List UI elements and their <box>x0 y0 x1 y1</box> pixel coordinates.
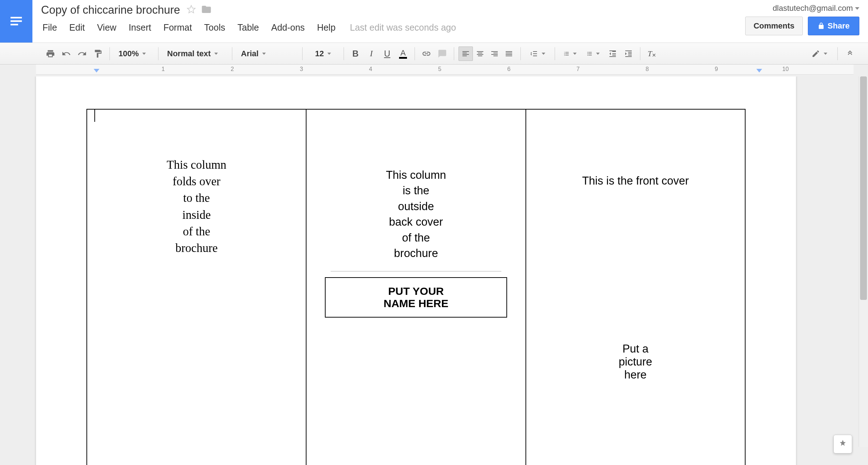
numbered-list-dropdown[interactable] <box>559 46 581 61</box>
caret-down-icon <box>573 53 577 55</box>
redo-button[interactable] <box>75 46 89 61</box>
last-edit-text[interactable]: Last edit was seconds ago <box>350 22 456 33</box>
menu-edit[interactable]: Edit <box>68 22 86 34</box>
menu-bar: File Edit View Insert Format Tools Table… <box>40 17 729 37</box>
brochure-table[interactable]: This column folds over to the inside of … <box>86 109 746 465</box>
ruler-number: 8 <box>646 66 649 72</box>
menu-help[interactable]: Help <box>316 22 337 34</box>
left-margin-marker[interactable] <box>94 69 99 72</box>
caret-down-icon <box>824 53 827 55</box>
docs-header: Copy of chiccarine brochure File Edit Vi… <box>0 0 868 43</box>
menu-file[interactable]: File <box>41 22 58 34</box>
horizontal-ruler[interactable]: 1 2 3 4 5 6 7 8 9 10 <box>36 65 854 75</box>
account-menu[interactable]: dlastutech@gmail.com <box>773 4 859 13</box>
col1-text[interactable]: This column folds over to the inside of … <box>167 156 227 256</box>
brochure-col-3[interactable]: This is the front cover Put a picture he… <box>526 110 745 465</box>
ruler-number: 3 <box>300 66 303 72</box>
explore-icon <box>838 439 848 449</box>
underline-button[interactable]: U <box>380 46 394 61</box>
menu-view[interactable]: View <box>95 22 118 34</box>
ruler-number: 5 <box>438 66 442 72</box>
ruler-number: 7 <box>577 66 580 72</box>
undo-button[interactable] <box>59 46 73 61</box>
toolbar: 100% Normal text Arial 12 B I U A T✕ <box>0 43 868 65</box>
scroll-thumb[interactable] <box>860 76 867 300</box>
brochure-col-1[interactable]: This column folds over to the inside of … <box>87 110 307 465</box>
ruler-number: 4 <box>369 66 372 72</box>
align-justify-button[interactable] <box>502 46 516 61</box>
decrease-indent-button[interactable] <box>605 46 620 61</box>
ruler-number: 2 <box>231 66 234 72</box>
menu-addons[interactable]: Add-ons <box>270 22 306 34</box>
account-email-text: dlastutech@gmail.com <box>773 4 853 13</box>
explore-button[interactable] <box>833 435 852 453</box>
ruler-number: 6 <box>507 66 511 72</box>
menu-tools[interactable]: Tools <box>203 22 227 34</box>
lock-icon <box>818 22 825 30</box>
col3-title[interactable]: This is the front cover <box>582 174 689 187</box>
text-style-dropdown[interactable]: Normal text <box>163 46 228 61</box>
caret-down-icon <box>596 53 600 55</box>
add-comment-button[interactable] <box>435 46 449 61</box>
zoom-value: 100% <box>118 49 139 58</box>
clear-formatting-button[interactable]: T✕ <box>645 46 659 61</box>
caret-down-icon <box>327 53 331 55</box>
col2-text[interactable]: This column is the outside back cover of… <box>386 167 446 261</box>
menu-insert[interactable]: Insert <box>127 22 153 34</box>
caret-down-icon <box>855 7 859 10</box>
right-margin-marker[interactable] <box>756 69 762 72</box>
insert-link-button[interactable] <box>419 46 434 61</box>
doc-title[interactable]: Copy of chiccarine brochure <box>40 3 182 17</box>
increase-indent-button[interactable] <box>621 46 636 61</box>
italic-button[interactable]: I <box>364 46 379 61</box>
collapse-toolbar-button[interactable] <box>843 46 857 61</box>
caret-down-icon <box>214 53 218 55</box>
caret-down-icon <box>262 53 266 55</box>
comments-button[interactable]: Comments <box>745 17 803 35</box>
align-left-button[interactable] <box>458 46 473 61</box>
ruler-number: 9 <box>715 66 718 72</box>
docs-logo[interactable] <box>0 0 32 43</box>
font-dropdown[interactable]: Arial <box>237 46 298 61</box>
ruler-number: 10 <box>782 66 789 72</box>
document-canvas[interactable]: This column folds over to the inside of … <box>0 76 868 465</box>
text-color-button[interactable]: A <box>396 46 410 61</box>
line-spacing-dropdown[interactable] <box>525 46 550 61</box>
folder-icon[interactable] <box>201 4 212 16</box>
menu-table[interactable]: Table <box>236 22 260 34</box>
menu-format[interactable]: Format <box>162 22 193 34</box>
font-value: Arial <box>241 49 259 58</box>
ruler-number: 1 <box>162 66 165 72</box>
print-button[interactable] <box>43 46 58 61</box>
svg-rect-1 <box>10 20 22 22</box>
col3-picture-text[interactable]: Put a picture here <box>619 342 652 381</box>
share-label: Share <box>828 21 850 31</box>
size-value: 12 <box>315 49 324 58</box>
caret-down-icon <box>542 53 545 55</box>
zoom-dropdown[interactable]: 100% <box>114 46 154 61</box>
align-center-button[interactable] <box>473 46 487 61</box>
svg-rect-0 <box>10 17 22 18</box>
style-value: Normal text <box>167 49 211 58</box>
bulleted-list-dropdown[interactable] <box>582 46 604 61</box>
align-right-button[interactable] <box>487 46 502 61</box>
page[interactable]: This column folds over to the inside of … <box>36 76 796 465</box>
star-icon[interactable] <box>187 5 196 15</box>
share-button[interactable]: Share <box>808 17 859 35</box>
editing-mode-dropdown[interactable] <box>807 46 832 61</box>
vertical-scrollbar[interactable] <box>859 76 868 447</box>
text-cursor <box>94 109 95 122</box>
svg-rect-2 <box>10 24 18 25</box>
bold-button[interactable]: B <box>348 46 363 61</box>
divider <box>331 271 502 271</box>
font-size-dropdown[interactable]: 12 <box>307 46 339 61</box>
caret-down-icon <box>142 53 146 55</box>
paint-format-button[interactable] <box>91 46 105 61</box>
brochure-col-2[interactable]: This column is the outside back cover of… <box>307 110 526 465</box>
name-box[interactable]: PUT YOUR NAME HERE <box>325 277 507 318</box>
